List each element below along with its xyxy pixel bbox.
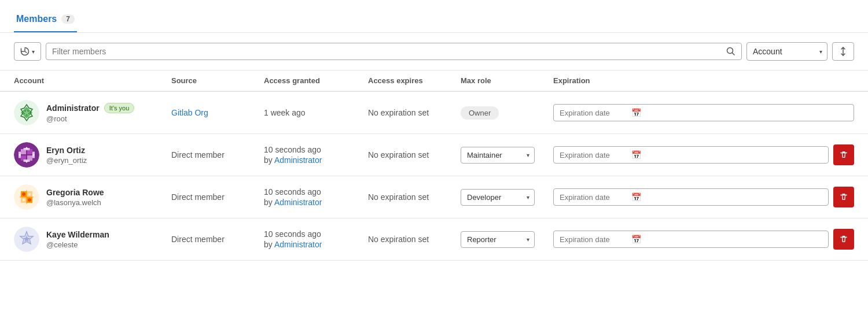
page-container: Members 7 ▾ Ac bbox=[0, 0, 868, 261]
role-select-container: OwnerMaintainerDeveloperReporterGuest ▾ bbox=[461, 147, 535, 164]
account-username: @celeste bbox=[46, 240, 109, 249]
tab-members-count: 7 bbox=[61, 14, 75, 24]
tab-members[interactable]: Members 7 bbox=[14, 9, 77, 32]
account-cell: Kaye Wilderman @celeste bbox=[14, 227, 153, 252]
account-info: Administrator It's you @root bbox=[46, 103, 134, 123]
source-text: Direct member bbox=[171, 192, 225, 202]
calendar-icon[interactable]: 📅 bbox=[631, 108, 641, 117]
access-granted-by-link[interactable]: Administrator bbox=[274, 155, 322, 165]
source-text: Direct member bbox=[171, 150, 225, 159]
expiration-cell: 📅 bbox=[553, 229, 854, 250]
access-expires-text: No expiration set bbox=[368, 108, 429, 117]
access-expires-text: No expiration set bbox=[368, 235, 429, 244]
account-name: Administrator It's you bbox=[46, 103, 134, 113]
role-select[interactable]: OwnerMaintainerDeveloperReporterGuest bbox=[461, 232, 534, 247]
trash-icon bbox=[840, 235, 848, 243]
account-select-container: Account Name Last activity ▾ bbox=[746, 42, 827, 61]
header-tabs: Members 7 bbox=[0, 0, 868, 33]
avatar bbox=[14, 227, 39, 252]
toolbar: ▾ Account Name Last activity ▾ bbox=[0, 33, 868, 70]
badge-its-you: It's you bbox=[104, 103, 135, 113]
access-granted-by-link[interactable]: Administrator bbox=[274, 240, 322, 249]
role-select-container: OwnerMaintainerDeveloperReporterGuest ▾ bbox=[461, 189, 535, 206]
trash-icon bbox=[840, 151, 848, 159]
account-info: Kaye Wilderman @celeste bbox=[46, 230, 109, 249]
access-granted-time: 10 seconds ago bbox=[264, 145, 350, 154]
access-granted-time: 10 seconds ago bbox=[264, 229, 350, 239]
expiration-cell: 📅 bbox=[553, 187, 854, 207]
trash-icon bbox=[840, 193, 848, 201]
expiration-input[interactable] bbox=[560, 193, 629, 202]
search-icon bbox=[726, 47, 735, 56]
table-header-row: Account Source Access granted Access exp… bbox=[0, 70, 868, 91]
table-row: Eryn Ortiz @eryn_ortiz Direct member 10 … bbox=[0, 134, 868, 176]
expiration-input-wrapper: 📅 bbox=[553, 231, 829, 248]
tab-members-label: Members bbox=[16, 14, 57, 24]
col-header-access-expires: Access expires bbox=[359, 70, 451, 91]
role-select-container: OwnerMaintainerDeveloperReporterGuest ▾ bbox=[461, 231, 535, 248]
role-badge: Owner bbox=[461, 106, 499, 120]
sort-button[interactable] bbox=[832, 42, 854, 61]
access-granted-by-text: by Administrator bbox=[264, 240, 350, 249]
account-username: @root bbox=[46, 114, 134, 123]
avatar bbox=[14, 184, 39, 210]
expiration-input-wrapper: 📅 bbox=[553, 104, 854, 121]
account-select[interactable]: Account Name Last activity bbox=[747, 43, 827, 60]
calendar-icon[interactable]: 📅 bbox=[631, 150, 641, 159]
svg-point-25 bbox=[28, 193, 31, 195]
search-wrapper bbox=[46, 43, 742, 60]
table-row: Kaye Wilderman @celeste Direct member 10… bbox=[0, 218, 868, 261]
calendar-icon[interactable]: 📅 bbox=[631, 192, 641, 202]
table-row: Gregoria Rowe @lasonya.welch Direct memb… bbox=[0, 176, 868, 218]
access-expires-text: No expiration set bbox=[368, 150, 429, 159]
access-granted-block: 10 seconds ago by Administrator bbox=[264, 145, 350, 165]
col-header-access-granted: Access granted bbox=[255, 70, 359, 91]
delete-button[interactable] bbox=[833, 229, 854, 250]
svg-rect-6 bbox=[14, 142, 39, 168]
search-icon-button[interactable] bbox=[726, 47, 735, 56]
account-cell: Gregoria Rowe @lasonya.welch bbox=[14, 184, 153, 210]
svg-rect-29 bbox=[26, 190, 27, 204]
expiration-cell: 📅 bbox=[553, 144, 854, 165]
search-input[interactable] bbox=[52, 47, 726, 56]
source-link[interactable]: Gitlab Org bbox=[171, 108, 208, 117]
expiration-input[interactable] bbox=[560, 151, 629, 159]
col-header-expiration: Expiration bbox=[544, 70, 868, 91]
role-select[interactable]: OwnerMaintainerDeveloperReporterGuest bbox=[461, 147, 534, 163]
col-header-account: Account bbox=[0, 70, 162, 91]
access-expires-text: No expiration set bbox=[368, 192, 429, 202]
col-header-source: Source bbox=[162, 70, 255, 91]
svg-point-26 bbox=[23, 199, 25, 201]
access-granted-by-text: by Administrator bbox=[264, 155, 350, 165]
access-granted-by-link[interactable]: Administrator bbox=[274, 198, 322, 207]
access-granted-by-text: by Administrator bbox=[264, 198, 350, 207]
expiration-input[interactable] bbox=[560, 109, 629, 117]
account-username: @eryn_ortiz bbox=[46, 156, 87, 165]
delete-button[interactable] bbox=[833, 144, 854, 165]
account-name: Kaye Wilderman bbox=[46, 230, 109, 239]
delete-button[interactable] bbox=[833, 187, 854, 207]
table-row: Administrator It's you @root Gitlab Org1… bbox=[0, 91, 868, 134]
role-select[interactable]: OwnerMaintainerDeveloperReporterGuest bbox=[461, 190, 534, 205]
expiration-input[interactable] bbox=[560, 235, 629, 244]
col-header-max-role: Max role bbox=[451, 70, 544, 91]
history-button[interactable]: ▾ bbox=[14, 42, 41, 61]
avatar bbox=[14, 142, 39, 168]
access-granted-time: 1 week ago bbox=[264, 108, 306, 117]
sort-icon bbox=[838, 47, 848, 56]
expiration-cell: 📅 bbox=[553, 104, 854, 121]
history-chevron: ▾ bbox=[32, 49, 35, 55]
calendar-icon[interactable]: 📅 bbox=[631, 235, 641, 244]
expiration-input-wrapper: 📅 bbox=[553, 188, 829, 206]
access-granted-block: 10 seconds ago by Administrator bbox=[264, 187, 350, 207]
source-text: Direct member bbox=[171, 235, 225, 244]
access-granted-time: 10 seconds ago bbox=[264, 187, 350, 196]
account-info: Eryn Ortiz @eryn_ortiz bbox=[46, 146, 87, 165]
access-granted-block: 10 seconds ago by Administrator bbox=[264, 229, 350, 249]
account-name: Eryn Ortiz bbox=[46, 146, 87, 155]
account-username: @lasonya.welch bbox=[46, 198, 104, 207]
account-cell: Administrator It's you @root bbox=[14, 100, 153, 125]
account-info: Gregoria Rowe @lasonya.welch bbox=[46, 188, 104, 207]
avatar bbox=[14, 100, 39, 125]
account-name: Gregoria Rowe bbox=[46, 188, 104, 197]
